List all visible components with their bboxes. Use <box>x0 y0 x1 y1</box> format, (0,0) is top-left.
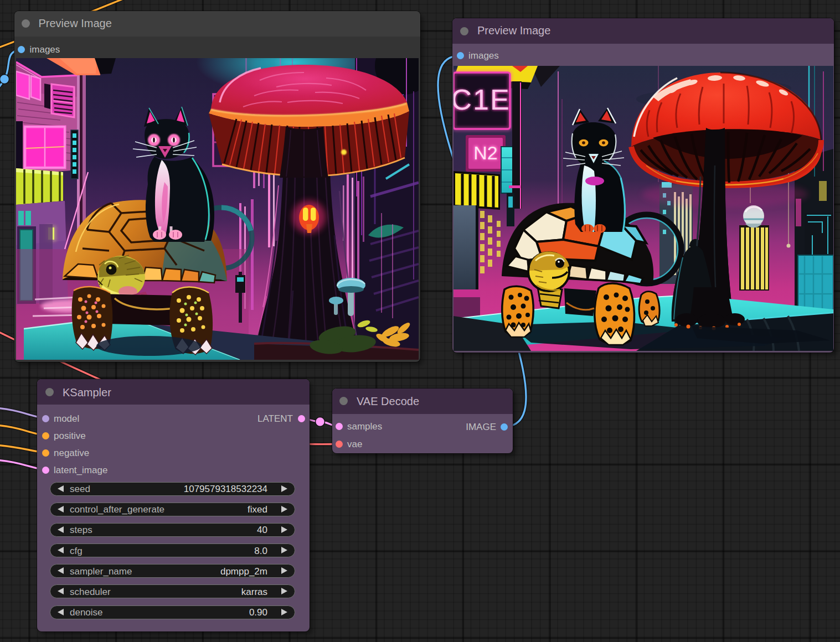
svg-text:C1E: C1E <box>454 84 511 116</box>
svg-text:N2: N2 <box>473 142 497 163</box>
